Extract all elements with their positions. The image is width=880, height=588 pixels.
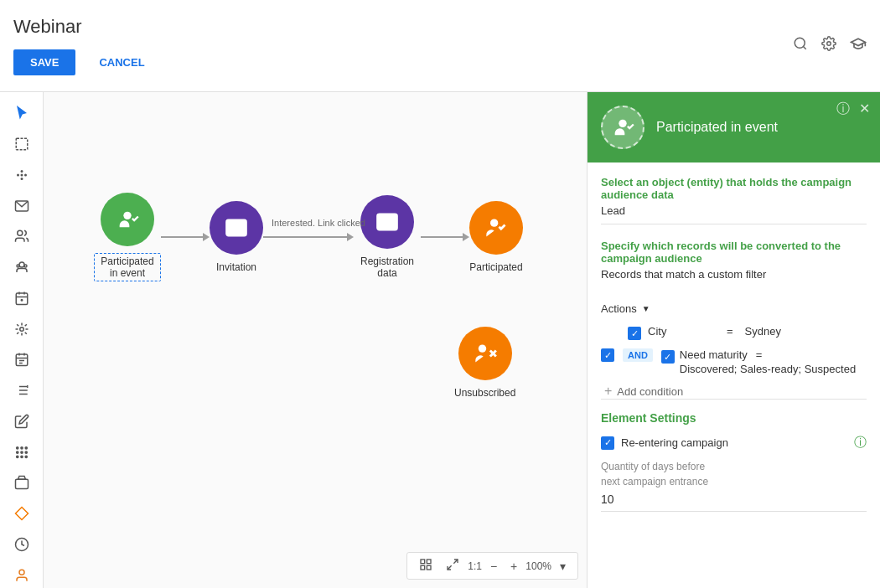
dots-tool[interactable] <box>7 439 37 465</box>
section2-value: Records that match a custom filter <box>601 268 867 281</box>
node-circle-invitation[interactable] <box>210 201 263 255</box>
and-checkbox[interactable]: ✓ <box>601 348 614 362</box>
node-unsubscribed[interactable]: Unsubscribed <box>454 327 515 399</box>
main-area: Participated in event Invitation <box>0 92 880 588</box>
actions-dropdown-button[interactable]: Actions ▼ <box>601 299 650 318</box>
device-tool[interactable] <box>7 470 37 496</box>
fullscreen-button[interactable] <box>441 556 464 575</box>
list-add-tool[interactable] <box>7 378 37 404</box>
node-registration-data[interactable]: Registration data <box>354 195 421 279</box>
svg-line-1 <box>803 46 805 49</box>
filter-table: ✓ City = Sydney ✓ AND ✓ <box>601 325 867 399</box>
arrow-3 <box>421 233 469 241</box>
svg-point-4 <box>21 174 23 176</box>
svg-point-12 <box>17 265 19 267</box>
re-entering-label: Re-entering campaign <box>621 436 847 449</box>
zoom-out-button[interactable]: − <box>485 558 502 575</box>
page-title: Webinar <box>13 16 158 38</box>
header-icons <box>793 35 867 56</box>
canvas-toolbar: 1:1 − + 100% ▾ <box>406 552 578 580</box>
right-panel: Participated in event ⓘ ✕ Select an obje… <box>587 92 880 588</box>
diamond-tool[interactable] <box>7 501 37 527</box>
person-tool[interactable] <box>7 562 37 588</box>
add-condition-button[interactable]: + Add condition <box>601 384 867 399</box>
header-left: Webinar SAVE CANCEL <box>13 16 158 75</box>
svg-rect-50 <box>421 560 425 564</box>
zoom-ratio: 1:1 <box>468 560 482 572</box>
zoom-dropdown-button[interactable]: ▾ <box>555 558 571 575</box>
filter-checkbox-1[interactable]: ✓ <box>628 327 641 340</box>
panel-header: Participated in event ⓘ ✕ <box>588 92 880 162</box>
filter-row-1: ✓ City = Sydney <box>601 325 867 340</box>
zoom-in-button[interactable]: + <box>505 558 522 575</box>
filter-field-maturity: Need maturity <box>680 348 748 361</box>
mail-icon <box>225 216 248 240</box>
node-circle-unsubscribed[interactable] <box>458 327 512 380</box>
people-tool[interactable] <box>7 224 37 250</box>
checkmark3-icon: ✓ <box>664 352 671 363</box>
calendar2-tool[interactable] <box>7 347 37 373</box>
node-participated-in-event[interactable]: Participated in event <box>94 193 161 281</box>
graduation-icon[interactable] <box>850 35 867 56</box>
filter-and-row: ✓ AND ✓ Need maturity = Discovered; Sale… <box>601 348 867 375</box>
canvas: Participated in event Invitation <box>44 92 587 588</box>
select-tool[interactable] <box>7 132 37 157</box>
filter-eq-1: = <box>727 325 733 338</box>
node-circle-registration[interactable] <box>360 195 414 249</box>
panel-header-title: Participated in event <box>656 120 867 135</box>
svg-point-33 <box>25 446 27 448</box>
svg-rect-52 <box>421 565 425 570</box>
filter-eq-2: = <box>756 348 763 361</box>
quantity-value: 10 <box>601 493 867 512</box>
clock-tool[interactable] <box>7 532 37 558</box>
svg-point-0 <box>795 38 805 48</box>
save-button[interactable]: SAVE <box>13 49 75 75</box>
calendar-tool[interactable] <box>7 286 37 312</box>
svg-point-42 <box>19 570 24 575</box>
svg-point-11 <box>19 262 24 267</box>
actions-label: Actions <box>601 302 637 315</box>
panel-header-icon <box>601 106 644 149</box>
svg-point-37 <box>16 456 18 457</box>
settings-icon[interactable] <box>821 36 836 55</box>
node-label-registration: Registration data <box>354 255 421 279</box>
node-circle-participated[interactable] <box>469 201 523 255</box>
group-tool[interactable] <box>7 255 37 281</box>
header-buttons: SAVE CANCEL <box>13 49 158 75</box>
checkmark-icon: ✓ <box>631 328 639 339</box>
filter-value-city: Sydney <box>745 325 781 338</box>
svg-rect-3 <box>16 138 28 150</box>
move-tool[interactable] <box>7 162 37 188</box>
checkmark4-icon: ✓ <box>604 437 612 448</box>
person-x-icon <box>474 342 497 365</box>
node-participated[interactable]: Participated <box>469 201 523 273</box>
svg-point-18 <box>21 299 23 301</box>
and-badge: AND <box>623 348 653 362</box>
filter-value-maturity: Discovered; Sales-ready; Suspected <box>680 363 856 375</box>
arrow-label-interested: Interested. Link clicked <box>272 218 365 228</box>
workflow-tool[interactable] <box>7 316 37 342</box>
edit-tool[interactable] <box>7 409 37 435</box>
cursor-tool[interactable] <box>7 101 37 126</box>
search-icon[interactable] <box>793 36 808 55</box>
section1-value: Lead <box>601 204 867 224</box>
filter-checkbox-2[interactable]: ✓ <box>661 350 675 364</box>
node-circle-green[interactable] <box>101 193 154 246</box>
info-circle-icon[interactable]: ⓘ <box>854 435 867 451</box>
svg-line-54 <box>454 560 458 564</box>
panel-info-icon[interactable]: ⓘ <box>836 101 850 118</box>
re-entering-checkbox[interactable]: ✓ <box>601 436 614 450</box>
mail-tool[interactable] <box>7 193 37 219</box>
node-invitation[interactable]: Invitation <box>210 201 263 273</box>
toggle-view-button[interactable] <box>414 556 437 575</box>
svg-point-2 <box>827 42 831 46</box>
panel-close-button[interactable]: ✕ <box>859 101 870 116</box>
svg-rect-53 <box>427 565 432 570</box>
cancel-button[interactable]: CANCEL <box>85 49 158 75</box>
svg-point-56 <box>619 120 626 127</box>
flow-container: Participated in event Invitation <box>94 193 523 281</box>
checkmark2-icon: ✓ <box>604 350 612 361</box>
element-settings-title: Element Settings <box>601 399 867 425</box>
person-check2-icon <box>484 216 508 240</box>
svg-rect-51 <box>427 560 432 564</box>
